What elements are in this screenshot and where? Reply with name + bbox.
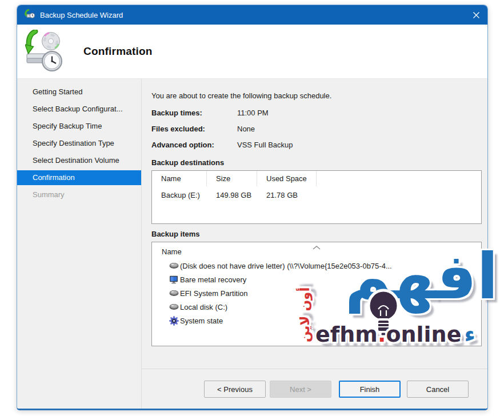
disk-drive-icon bbox=[169, 303, 180, 310]
column-header-size[interactable]: Size bbox=[207, 171, 257, 186]
column-header-name[interactable]: Name bbox=[152, 171, 207, 186]
close-icon bbox=[473, 11, 480, 19]
confirmation-page: You are about to create the following ba… bbox=[142, 79, 487, 369]
screenshot-stage: Backup Schedule Wizard bbox=[0, 0, 504, 420]
gear-icon bbox=[169, 316, 180, 326]
sidebar-item-specify-destination-type[interactable]: Specify Destination Type bbox=[17, 136, 141, 151]
cell-size: 149.98 GB bbox=[207, 191, 257, 199]
wizard-steps-sidebar: Getting Started Select Backup Configurat… bbox=[17, 79, 141, 409]
list-item-label: Local disk (C:) bbox=[180, 303, 230, 311]
detail-label: Backup times: bbox=[151, 109, 237, 117]
list-item-label: (Disk does not have drive letter) (\\?\V… bbox=[180, 262, 394, 270]
detail-label: Files excluded: bbox=[151, 125, 237, 133]
wizard-body: Getting Started Select Backup Configurat… bbox=[17, 79, 487, 409]
backup-destinations-table: Name Size Used Space Backup (E:) 149.98 … bbox=[151, 170, 482, 224]
list-item[interactable]: (Disk does not have drive letter) (\\?\V… bbox=[152, 259, 481, 273]
list-item[interactable]: Local disk (C:) bbox=[152, 300, 481, 314]
items-column-header-label: Name bbox=[162, 247, 182, 256]
list-item-label: System state bbox=[180, 317, 225, 325]
backup-items-label: Backup items bbox=[151, 230, 482, 238]
list-item-label: Bare metal recovery bbox=[180, 275, 249, 284]
list-item-label: EFI System Partition bbox=[180, 289, 250, 298]
list-item[interactable]: Bare metal recovery bbox=[152, 273, 481, 286]
wizard-window: Backup Schedule Wizard bbox=[17, 5, 488, 410]
detail-row-backup-times: Backup times: 11:00 PM bbox=[151, 105, 482, 121]
intro-text: You are about to create the following ba… bbox=[151, 91, 482, 100]
detail-value: VSS Full Backup bbox=[237, 141, 293, 149]
backup-destinations-label: Backup destinations bbox=[151, 158, 482, 167]
detail-row-files-excluded: Files excluded: None bbox=[151, 121, 482, 137]
finish-button[interactable]: Finish bbox=[339, 381, 401, 398]
title-bar: Backup Schedule Wizard bbox=[17, 5, 487, 25]
sidebar-item-summary: Summary bbox=[17, 187, 141, 202]
sidebar-item-select-destination-volume[interactable]: Select Destination Volume bbox=[17, 153, 141, 168]
backup-drive-clock-icon bbox=[24, 9, 35, 21]
column-header-used-space[interactable]: Used Space bbox=[257, 171, 317, 186]
backup-drive-clock-icon bbox=[25, 30, 63, 75]
button-bar: < Previous Next > Finish Cancel bbox=[142, 369, 487, 409]
page-header: Confirmation bbox=[17, 25, 487, 79]
detail-value: None bbox=[237, 125, 255, 133]
detail-label: Advanced option: bbox=[151, 141, 237, 149]
items-column-header-name[interactable]: Name bbox=[152, 242, 481, 259]
sidebar-item-confirmation[interactable]: Confirmation bbox=[17, 170, 141, 185]
sidebar-item-specify-backup-time[interactable]: Specify Backup Time bbox=[17, 119, 141, 134]
disk-drive-icon bbox=[169, 262, 180, 269]
backup-items-list: Name (Disk does not have drive letter) (… bbox=[151, 242, 482, 346]
detail-row-advanced-option: Advanced option: VSS Full Backup bbox=[151, 137, 482, 153]
cancel-button[interactable]: Cancel bbox=[407, 381, 469, 398]
detail-value: 11:00 PM bbox=[237, 109, 269, 117]
sidebar-item-select-backup-configuration[interactable]: Select Backup Configurat... bbox=[17, 102, 141, 117]
cell-used-space: 21.78 GB bbox=[257, 191, 317, 199]
previous-button[interactable]: < Previous bbox=[204, 381, 266, 398]
content-column: You are about to create the following ba… bbox=[142, 79, 487, 409]
list-item[interactable]: System state bbox=[152, 314, 481, 327]
cell-name: Backup (E:) bbox=[152, 191, 207, 199]
window-title: Backup Schedule Wizard bbox=[40, 11, 465, 19]
page-title: Confirmation bbox=[83, 45, 153, 58]
close-button[interactable] bbox=[465, 5, 487, 25]
sidebar-item-getting-started[interactable]: Getting Started bbox=[17, 85, 141, 99]
next-button[interactable]: Next > bbox=[270, 381, 331, 398]
disk-drive-icon bbox=[169, 290, 180, 297]
list-item[interactable]: EFI System Partition bbox=[152, 286, 481, 300]
sort-ascending-caret-icon bbox=[313, 243, 321, 251]
computer-monitor-icon bbox=[169, 275, 180, 284]
table-row[interactable]: Backup (E:) 149.98 GB 21.78 GB bbox=[152, 186, 481, 203]
destinations-header-row: Name Size Used Space bbox=[152, 171, 481, 186]
